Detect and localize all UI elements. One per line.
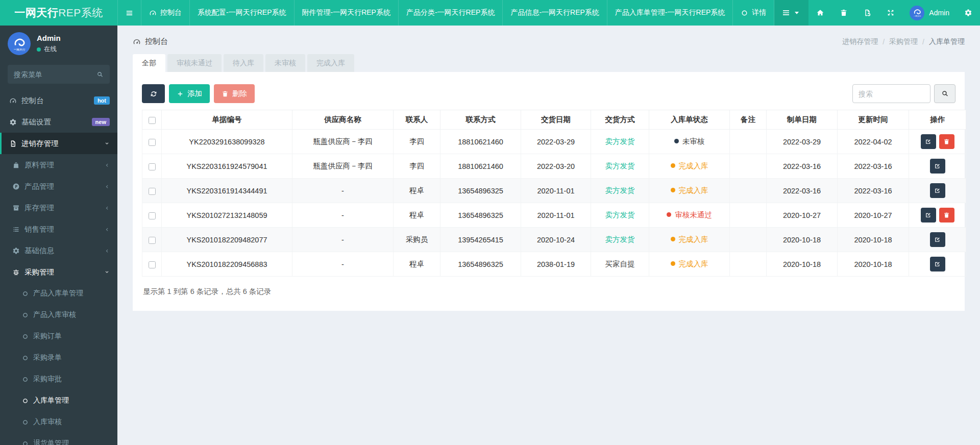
- table-search-button[interactable]: [934, 84, 955, 103]
- column-header: 交货日期: [521, 110, 591, 130]
- sidebar-search-input[interactable]: [14, 70, 96, 79]
- filter-tab[interactable]: 未审核: [265, 54, 305, 72]
- cell-contact: 李四: [394, 154, 440, 179]
- sidebar-item[interactable]: 控制台hot: [0, 90, 117, 111]
- sidebar-item-label: 销售管理: [24, 225, 100, 234]
- cell-delivery-date: 2020-11-01: [521, 179, 591, 203]
- circle-o-icon: [22, 376, 29, 383]
- cell-actions: [909, 228, 966, 252]
- home-button[interactable]: [808, 0, 832, 26]
- sidebar-item[interactable]: 入库单管理: [0, 390, 117, 411]
- delete-button[interactable]: 删除: [214, 84, 255, 103]
- navbar-item[interactable]: 产品信息-一网天行REP系统: [502, 0, 606, 26]
- table-search-input[interactable]: [852, 84, 930, 103]
- cell-contact: 李四: [394, 130, 440, 154]
- navbar-item[interactable]: 附件管理-一网天行REP系统: [294, 0, 398, 26]
- cell-contact: 程卓: [394, 252, 440, 277]
- sidebar-item[interactable]: 基础设置new: [0, 111, 117, 133]
- angle-left-icon: [104, 205, 110, 211]
- brand-logo[interactable]: 一网天行REP系统: [0, 0, 117, 26]
- sidebar-item[interactable]: 采购订单: [0, 326, 117, 347]
- navbar-item[interactable]: 详情: [732, 0, 774, 26]
- delete-row-button[interactable]: [939, 208, 954, 222]
- circle-o-icon: [22, 333, 29, 340]
- refresh-button[interactable]: [142, 84, 165, 103]
- delivery-method-label: 卖方发货: [605, 211, 635, 219]
- row-checkbox[interactable]: [149, 188, 156, 195]
- sidebar-item[interactable]: 进销存管理: [0, 133, 117, 154]
- cell-updated-date: 2022-03-16: [838, 154, 909, 179]
- sidebar-item[interactable]: 产品入库单管理: [0, 283, 117, 304]
- sidebar-item[interactable]: 退货单管理: [0, 433, 117, 445]
- row-checkbox[interactable]: [149, 163, 156, 170]
- sidebar-item[interactable]: 产品管理: [0, 176, 117, 197]
- sidebar-item[interactable]: 产品入库审核: [0, 304, 117, 326]
- row-checkbox[interactable]: [149, 212, 156, 219]
- cell-actions: [909, 179, 966, 203]
- cell-supplier: -: [292, 228, 394, 252]
- cell-order-no: YKS2010182209456883: [162, 252, 292, 277]
- edit-row-button[interactable]: [930, 183, 945, 198]
- breadcrumb-item[interactable]: 进销存管理: [842, 37, 878, 46]
- navbar-right-controls: Admin: [774, 0, 980, 26]
- sidebar-item-label: 入库审核: [33, 417, 110, 427]
- search-icon[interactable]: [96, 71, 104, 78]
- breadcrumb-item[interactable]: 采购管理: [889, 37, 918, 46]
- add-button[interactable]: 添加: [169, 84, 210, 103]
- user-status[interactable]: 在线: [37, 45, 61, 54]
- angle-left-icon: [104, 248, 110, 254]
- brand-avatar-icon: [9, 34, 30, 54]
- page-title-label: 控制台: [145, 37, 168, 46]
- cell-supplier: -: [292, 203, 394, 228]
- navbar-user-menu[interactable]: Admin: [902, 6, 957, 20]
- navbar-tabs: 控制台系统配置-一网天行REP系统附件管理-一网天行REP系统产品分类-一网天行…: [117, 0, 774, 26]
- sidebar-item-label: 采购录单: [33, 353, 110, 362]
- sidebar-toggle-button[interactable]: [117, 0, 141, 26]
- status-dot-icon: [671, 261, 675, 266]
- delete-row-button[interactable]: [939, 134, 954, 149]
- edit-icon: [925, 212, 932, 218]
- edit-row-button[interactable]: [930, 257, 945, 271]
- edit-row-button[interactable]: [921, 208, 936, 222]
- edit-row-button[interactable]: [930, 159, 945, 174]
- filter-tab[interactable]: 审核未通过: [167, 54, 222, 72]
- navbar-item-label: 附件管理-一网天行REP系统: [302, 8, 390, 17]
- sidebar: Admin 在线 控制台hot基础设置new进销存管理原料管理产品管理库存管理销…: [0, 26, 117, 445]
- row-checkbox[interactable]: [149, 261, 156, 268]
- sidebar-item[interactable]: 采购录单: [0, 347, 117, 368]
- settings-button[interactable]: [957, 0, 980, 26]
- list-menu-button[interactable]: [774, 0, 808, 26]
- cell-status: 未审核: [649, 130, 730, 154]
- sidebar-item[interactable]: 采购管理: [0, 261, 117, 283]
- sidebar-item[interactable]: 采购审批: [0, 368, 117, 390]
- select-all-checkbox[interactable]: [149, 117, 156, 124]
- bars-icon: [126, 9, 133, 17]
- navbar-item[interactable]: 控制台: [141, 0, 189, 26]
- row-checkbox[interactable]: [149, 139, 156, 146]
- edit-row-button[interactable]: [930, 232, 945, 247]
- breadcrumb-item[interactable]: 入库单管理: [929, 37, 965, 46]
- filter-tab[interactable]: 全部: [133, 54, 165, 72]
- navbar-item[interactable]: 产品入库单管理-一网天行REP系统: [607, 0, 732, 26]
- cell-order-no: YKS2010272132148059: [162, 203, 292, 228]
- status-badge: 完成入库: [679, 186, 708, 194]
- sidebar-item[interactable]: 原料管理: [0, 154, 117, 176]
- sidebar-item[interactable]: 销售管理: [0, 218, 117, 240]
- breadcrumb-separator: /: [883, 38, 885, 46]
- filter-tab[interactable]: 完成入库: [307, 54, 354, 72]
- toolbar: 添加 删除: [142, 84, 955, 103]
- edit-row-button[interactable]: [921, 134, 936, 149]
- user-avatar[interactable]: [8, 32, 31, 55]
- sidebar-item[interactable]: 入库审核: [0, 411, 117, 433]
- navbar-item[interactable]: 系统配置-一网天行REP系统: [189, 0, 293, 26]
- sidebar-item[interactable]: 库存管理: [0, 197, 117, 218]
- row-checkbox[interactable]: [149, 237, 156, 244]
- sidebar-item[interactable]: 基础信息: [0, 240, 117, 261]
- navbar-item[interactable]: 产品分类-一网天行REP系统: [398, 0, 502, 26]
- expand-button[interactable]: [879, 0, 902, 26]
- refresh-file-button[interactable]: [855, 0, 879, 26]
- status-dot-icon: [671, 188, 675, 192]
- filter-tab[interactable]: 待入库: [224, 54, 263, 72]
- status-dot-icon: [671, 163, 675, 168]
- trash-button[interactable]: [832, 0, 855, 26]
